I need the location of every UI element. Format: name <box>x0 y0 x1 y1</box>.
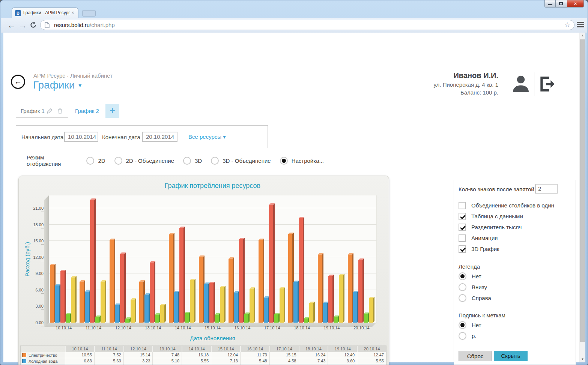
minimize-button[interactable] <box>544 0 556 8</box>
y-tick-label: 18.00 <box>21 222 44 227</box>
table-value-cell: 3.60 <box>328 358 357 364</box>
menu-icon[interactable] <box>577 22 584 29</box>
mode-radio[interactable] <box>114 157 122 165</box>
decimals-input[interactable]: 2 <box>535 184 558 194</box>
settings-checkbox-row[interactable]: Таблица с данными <box>459 211 554 222</box>
y-tick-mark <box>41 309 44 310</box>
url-text[interactable]: resurs.bolid.ru/chart.php <box>54 20 115 30</box>
maximize-button[interactable] <box>556 0 567 8</box>
page-content: ← АРМ Ресурс · Личный кабинет Графики▾ И… <box>3 33 579 362</box>
bar-Газ <box>334 317 338 323</box>
settings-checkbox-row[interactable]: 3D График <box>459 243 554 254</box>
mode-radio[interactable] <box>211 157 219 165</box>
mode-radio[interactable] <box>280 157 288 165</box>
close-button[interactable]: × <box>567 0 584 8</box>
legend-swatch <box>22 359 26 363</box>
display-mode-option[interactable]: 3D <box>183 157 202 165</box>
settings-radio-row[interactable]: Нет <box>459 271 491 282</box>
mode-radio[interactable] <box>183 157 191 165</box>
bar-Тепло <box>160 305 164 323</box>
scroll-down-icon[interactable]: ▼ <box>579 357 586 361</box>
scrollbar-thumb[interactable] <box>580 39 585 342</box>
bar-Газ <box>244 314 248 323</box>
chevron-down-icon[interactable]: ▾ <box>78 82 81 89</box>
table-value-cell: 5.10 <box>152 358 182 364</box>
tab-grafik-2[interactable]: График 2 <box>69 104 105 118</box>
gridline <box>49 257 376 257</box>
display-mode-option[interactable]: 3D - Объединение <box>211 157 271 165</box>
bar-Холодная вода <box>264 298 268 323</box>
page-icon <box>45 22 50 28</box>
display-mode-option[interactable]: Настройка... <box>280 157 324 165</box>
mode-radio[interactable] <box>86 157 94 165</box>
settings-radio-row[interactable]: Внизу <box>459 282 491 293</box>
forward-icon[interactable]: → <box>18 20 27 31</box>
table-row: Холодная вода6.835.633.235.105.557.135.4… <box>21 358 386 364</box>
bookmark-star-icon[interactable]: ☆ <box>564 21 570 29</box>
settings-radio[interactable] <box>459 272 466 280</box>
user-name: Иванов И.И. <box>433 71 498 80</box>
settings-checkbox-row[interactable]: Объединение столбиков в один <box>459 200 554 211</box>
checkbox-checked[interactable] <box>459 213 466 220</box>
bar-Тепло <box>309 303 313 323</box>
bar-side <box>243 238 245 323</box>
table-value-cell: 12.49 <box>328 352 357 358</box>
checkbox-checked[interactable] <box>459 245 466 253</box>
y-tick-label: 3.00 <box>21 304 44 308</box>
x-tick-label: 10.10.14 <box>49 326 78 330</box>
table-value-cell: 11.73 <box>240 352 269 358</box>
display-mode-option[interactable]: 2D - Объединение <box>114 157 174 165</box>
browser-tab[interactable]: В Графики · АРМ Ресурс × <box>12 8 78 18</box>
chart-title: График потребления ресурсов <box>49 182 376 190</box>
trash-icon[interactable] <box>57 108 63 114</box>
new-tab-button[interactable] <box>82 10 96 17</box>
end-date-input[interactable]: 20.10.2014 <box>142 132 177 142</box>
x-tick-label: 18.10.14 <box>287 326 317 330</box>
checkbox-checked[interactable] <box>459 224 466 231</box>
bar-Холодная вода <box>293 282 298 323</box>
page-title[interactable]: Графики▾ <box>33 79 81 91</box>
settings-radio-row[interactable]: Нет <box>459 320 481 330</box>
chevron-down-icon: ▾ <box>223 134 226 140</box>
checkbox-unchecked[interactable] <box>459 234 466 242</box>
y-tick-label: 12.00 <box>21 255 44 260</box>
tab-grafik-1[interactable]: График 1 <box>16 104 68 118</box>
settings-radio-row[interactable]: р. <box>459 330 481 341</box>
page-scrollbar[interactable]: ▲ ▼ <box>579 33 585 362</box>
settings-radio[interactable] <box>459 283 466 291</box>
page-title-text: Графики <box>33 79 75 91</box>
checkbox-unchecked[interactable] <box>459 202 466 209</box>
url-host: resurs.bolid.ru <box>54 22 90 28</box>
back-icon[interactable]: ← <box>7 20 16 31</box>
mode-radio-label: 2D - Объединение <box>126 158 174 164</box>
user-avatar-icon[interactable] <box>511 73 531 94</box>
settings-radio[interactable] <box>459 321 466 329</box>
bar-Электричество <box>110 240 114 323</box>
reset-button[interactable]: Сброс <box>459 351 492 361</box>
resources-dropdown[interactable]: Все ресурсы ▾ <box>188 134 226 140</box>
edit-pencil-icon[interactable] <box>46 108 53 114</box>
settings-checkbox-row[interactable]: Разделитель тысяч <box>459 222 554 233</box>
breadcrumb: АРМ Ресурс · Личный кабинет <box>33 72 113 79</box>
add-tab-button[interactable]: + <box>105 104 119 118</box>
mode-radio-label: 3D - Объединение <box>223 158 271 164</box>
settings-radio-row[interactable]: Справа <box>459 293 491 303</box>
legend-options: НетВнизуСправа <box>459 271 491 303</box>
date-filter-panel: Начальная дата 10.10.2014 Конечная дата … <box>16 125 268 148</box>
settings-radio[interactable] <box>459 332 466 340</box>
scroll-up-icon[interactable]: ▲ <box>579 34 586 37</box>
settings-checkbox-row[interactable]: Анимация <box>459 233 554 243</box>
hide-button[interactable]: Скрыть <box>494 351 528 361</box>
start-date-input[interactable]: 10.10.2014 <box>64 132 98 142</box>
reload-icon[interactable] <box>30 21 37 29</box>
bar-Электричество <box>318 255 322 323</box>
display-mode-label: Режим отображения <box>27 154 77 167</box>
back-circle-button[interactable]: ← <box>11 75 25 89</box>
tab-close-icon[interactable]: × <box>70 10 76 16</box>
logout-icon[interactable] <box>538 75 556 93</box>
settings-radio[interactable] <box>459 294 466 302</box>
url-bar[interactable]: resurs.bolid.ru/chart.php ☆ <box>40 20 574 30</box>
display-mode-option[interactable]: 2D <box>86 157 105 165</box>
bar-Холодная вода <box>234 293 238 323</box>
bar-Горячая вода <box>358 260 362 323</box>
